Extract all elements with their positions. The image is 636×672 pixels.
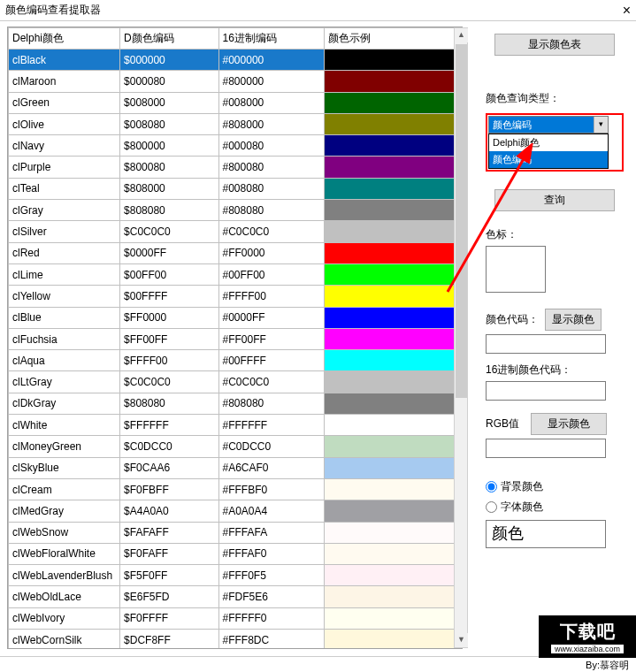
cell-dcode: $808000 bbox=[120, 178, 218, 199]
show-color-button-2[interactable]: 显示颜色 bbox=[531, 413, 607, 435]
table-row[interactable]: clFuchsia$FF00FF#FF00FF bbox=[9, 328, 462, 349]
column-header[interactable]: Delphi颜色 bbox=[9, 28, 120, 50]
cell-name: clRed bbox=[9, 242, 120, 263]
column-header[interactable]: 颜色示例 bbox=[325, 28, 462, 50]
cell-swatch bbox=[325, 50, 462, 71]
cell-swatch bbox=[325, 350, 462, 371]
cell-hex: #FF00FF bbox=[218, 328, 325, 349]
scroll-thumb[interactable] bbox=[456, 44, 467, 398]
query-button[interactable]: 查询 bbox=[494, 189, 615, 211]
radio-bg-row[interactable]: 背景颜色 bbox=[486, 479, 624, 494]
column-header[interactable]: D颜色编码 bbox=[120, 28, 218, 50]
cell-hex: #808080 bbox=[218, 393, 325, 414]
radio-font[interactable] bbox=[486, 501, 497, 513]
cell-dcode: $FF00FF bbox=[120, 328, 218, 349]
cell-swatch bbox=[325, 436, 462, 457]
dropdown-list[interactable]: Delphi颜色 颜色编码 bbox=[488, 134, 609, 169]
table-row[interactable]: clWebFloralWhite$F0FAFF#FFFAF0 bbox=[9, 543, 462, 564]
cell-hex: #00FF00 bbox=[218, 263, 325, 285]
table-row[interactable]: clWhite$FFFFFF#FFFFFF bbox=[9, 415, 462, 436]
cell-dcode: $C0C0C0 bbox=[120, 371, 218, 393]
table-row[interactable]: clMedGray$A4A0A0#A0A0A4 bbox=[9, 500, 462, 522]
column-header[interactable]: 16进制编码 bbox=[218, 28, 325, 50]
table-row[interactable]: clYellow$00FFFF#FFFF00 bbox=[9, 286, 462, 307]
rgb-input[interactable] bbox=[486, 439, 606, 458]
table-row[interactable]: clCream$F0FBFF#FFFBF0 bbox=[9, 478, 462, 500]
table-row[interactable]: clRed$0000FF#FF0000 bbox=[9, 242, 462, 263]
table-row[interactable]: clMaroon$000080#800000 bbox=[9, 71, 462, 92]
table-row[interactable]: clSilver$C0C0C0#C0C0C0 bbox=[9, 221, 462, 242]
cell-dcode: $008000 bbox=[120, 92, 218, 113]
cell-dcode: $F0FFFF bbox=[120, 607, 218, 629]
table-row[interactable]: clNavy$800000#000080 bbox=[9, 135, 462, 157]
cell-dcode: $808080 bbox=[120, 200, 218, 221]
color-swatch-preview bbox=[486, 246, 546, 293]
table-row[interactable]: clLime$00FF00#00FF00 bbox=[9, 263, 462, 285]
cell-name: clMoneyGreen bbox=[9, 436, 120, 457]
rgb-label: RGB值 bbox=[486, 416, 525, 431]
control-panel: 显示颜色表 颜色查询类型： 颜色编码 ▾ Delphi颜色 颜色编码 查询 色标… bbox=[473, 21, 636, 656]
table-row[interactable]: clBlue$FF0000#0000FF bbox=[9, 307, 462, 328]
cell-swatch bbox=[325, 457, 462, 478]
table-row[interactable]: clWebOldLace$E6F5FD#FDF5E6 bbox=[9, 586, 462, 607]
cell-hex: #C0C0C0 bbox=[218, 371, 325, 393]
cell-hex: #FF0000 bbox=[218, 242, 325, 263]
table-panel: Delphi颜色D颜色编码16进制编码颜色示例 clBlack$000000#0… bbox=[0, 21, 473, 656]
cell-dcode: $FFFF00 bbox=[120, 350, 218, 371]
cell-name: clNavy bbox=[9, 135, 120, 157]
table-row[interactable]: clWebCornSilk$DCF8FF#FFF8DC bbox=[9, 630, 462, 649]
close-icon[interactable]: × bbox=[623, 3, 631, 19]
cell-dcode: $C0C0C0 bbox=[120, 221, 218, 242]
cell-swatch bbox=[325, 286, 462, 307]
hex-code-input[interactable] bbox=[486, 381, 606, 401]
scroll-down-icon[interactable]: ▼ bbox=[455, 633, 468, 647]
query-type-dropdown[interactable]: 颜色编码 ▾ bbox=[488, 116, 609, 134]
dropdown-option-code[interactable]: 颜色编码 bbox=[489, 151, 608, 168]
cell-dcode: $F5F0FF bbox=[120, 565, 218, 586]
scroll-up-icon[interactable]: ▲ bbox=[455, 28, 468, 42]
cell-hex: #808000 bbox=[218, 113, 325, 134]
table-row[interactable]: clGreen$008000#008000 bbox=[9, 92, 462, 113]
table-row[interactable]: clMoneyGreen$C0DCC0#C0DCC0 bbox=[9, 436, 462, 457]
cell-name: clMaroon bbox=[9, 71, 120, 92]
chevron-down-icon[interactable]: ▾ bbox=[594, 117, 608, 133]
query-type-label: 颜色查询类型： bbox=[486, 91, 624, 106]
cell-swatch bbox=[325, 607, 462, 629]
table-row[interactable]: clWebSnow$FAFAFF#FFFAFA bbox=[9, 522, 462, 543]
radio-bg[interactable] bbox=[486, 481, 497, 493]
cell-hex: #00FFFF bbox=[218, 350, 325, 371]
cell-swatch bbox=[325, 221, 462, 242]
hex-code-label: 16进制颜色代码： bbox=[486, 363, 624, 378]
cell-swatch bbox=[325, 630, 462, 649]
table-row[interactable]: clDkGray$808080#808080 bbox=[9, 393, 462, 414]
dropdown-selected: 颜色编码 bbox=[489, 117, 594, 133]
table-row[interactable]: clOlive$008080#808000 bbox=[9, 113, 462, 134]
vertical-scrollbar[interactable]: ▲ ▼ bbox=[454, 27, 468, 648]
cell-dcode: $A4A0A0 bbox=[120, 500, 218, 522]
cell-dcode: $808080 bbox=[120, 393, 218, 414]
cell-name: clFuchsia bbox=[9, 328, 120, 349]
table-row[interactable]: clBlack$000000#000000 bbox=[9, 50, 462, 71]
cell-hex: #FFFBF0 bbox=[218, 478, 325, 500]
table-row[interactable]: clAqua$FFFF00#00FFFF bbox=[9, 350, 462, 371]
dropdown-option-delphi[interactable]: Delphi颜色 bbox=[489, 134, 608, 151]
table-row[interactable]: clSkyBlue$F0CAA6#A6CAF0 bbox=[9, 457, 462, 478]
table-row[interactable]: clWebLavenderBlush$F5F0FF#FFF0F5 bbox=[9, 565, 462, 586]
color-code-input[interactable] bbox=[486, 334, 606, 354]
footer-credit: By:慕容明 bbox=[586, 660, 629, 670]
cell-name: clAqua bbox=[9, 350, 120, 371]
cell-name: clYellow bbox=[9, 286, 120, 307]
table-row[interactable]: clWebIvory$F0FFFF#FFFFF0 bbox=[9, 607, 462, 629]
color-table[interactable]: Delphi颜色D颜色编码16进制编码颜色示例 clBlack$000000#0… bbox=[8, 27, 462, 649]
cell-hex: #FFF8DC bbox=[218, 630, 325, 649]
cell-swatch bbox=[325, 586, 462, 607]
cell-swatch bbox=[325, 200, 462, 221]
show-color-button-1[interactable]: 显示颜色 bbox=[545, 309, 602, 331]
table-row[interactable]: clTeal$808000#008080 bbox=[9, 178, 462, 199]
table-row[interactable]: clPurple$800080#800080 bbox=[9, 157, 462, 178]
table-row[interactable]: clGray$808080#808080 bbox=[9, 200, 462, 221]
annotation-highlight: 颜色编码 ▾ Delphi颜色 颜色编码 bbox=[486, 113, 624, 172]
show-color-table-button[interactable]: 显示颜色表 bbox=[494, 34, 615, 56]
table-row[interactable]: clLtGray$C0C0C0#C0C0C0 bbox=[9, 371, 462, 393]
radio-font-row[interactable]: 字体颜色 bbox=[486, 500, 624, 515]
